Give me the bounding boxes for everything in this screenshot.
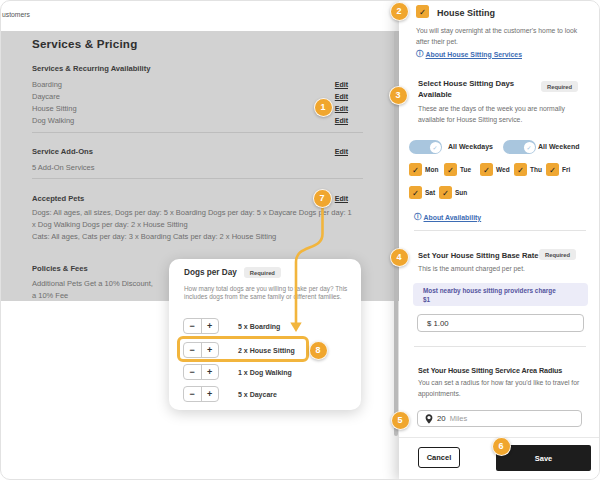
annotation-circle-3: 3 bbox=[389, 86, 408, 105]
check-icon: ✓ bbox=[412, 165, 419, 175]
quantity-stepper: − + bbox=[183, 342, 219, 358]
service-description: You will stay overnight at the customer'… bbox=[416, 26, 591, 47]
dogs-per-day-popup: Dogs per Day Required How many total dog… bbox=[169, 259, 361, 410]
fri-label: Fri bbox=[562, 166, 570, 173]
annotation-circle-4: 4 bbox=[390, 248, 409, 267]
all-weekend-toggle[interactable]: ✓ bbox=[503, 140, 536, 154]
sun-label: Sun bbox=[455, 189, 467, 196]
addons-summary-row: 5 Add-On Services bbox=[32, 161, 348, 173]
rate-section-title: Set Your House Sitting Base Rate bbox=[418, 251, 538, 260]
service-row-house-sitting: House Sitting Edit bbox=[32, 102, 348, 114]
stepper-label: 2 x House Sitting bbox=[238, 347, 295, 354]
plus-button[interactable]: + bbox=[202, 387, 219, 401]
edit-boarding-link[interactable]: Edit bbox=[335, 81, 348, 88]
sun-checkbox[interactable]: ✓ bbox=[439, 186, 452, 199]
edit-daycare-link[interactable]: Edit bbox=[335, 93, 348, 100]
all-weekdays-label: All Weekdays bbox=[448, 143, 493, 150]
about-house-sitting-link[interactable]: ⓘ About House Sitting Services bbox=[416, 49, 522, 59]
edit-dog-walking-link[interactable]: Edit bbox=[335, 117, 348, 124]
quantity-stepper: − + bbox=[183, 364, 219, 380]
required-badge: Required bbox=[244, 267, 281, 278]
check-icon: ✓ bbox=[442, 188, 449, 198]
radius-section-title: Set Your House Sitting Service Area Radi… bbox=[418, 366, 562, 375]
service-label: House Sitting bbox=[32, 104, 77, 113]
house-sitting-checkbox[interactable]: ✓ bbox=[416, 5, 429, 18]
tue-checkbox[interactable]: ✓ bbox=[444, 163, 457, 176]
check-icon: ✓ bbox=[419, 7, 426, 17]
edit-house-sitting-link[interactable]: Edit bbox=[335, 105, 348, 112]
accepted-pets-heading-row: Accepted Pets Edit bbox=[32, 192, 348, 204]
minus-button[interactable]: − bbox=[184, 387, 202, 401]
base-rate-input[interactable]: $ 1.00 bbox=[417, 314, 584, 332]
tue-label: Tue bbox=[460, 166, 471, 173]
annotation-circle-8: 8 bbox=[309, 341, 328, 360]
annotation-circle-6: 6 bbox=[492, 437, 511, 456]
radius-input[interactable]: 20 Miles bbox=[417, 410, 582, 427]
edit-addons-link[interactable]: Edit bbox=[335, 148, 348, 155]
popup-description: How many total dogs are you willing to t… bbox=[184, 285, 354, 302]
service-row-daycare: Daycare Edit bbox=[32, 90, 348, 102]
toggle-knob-check-icon: ✓ bbox=[524, 142, 535, 153]
plus-button[interactable]: + bbox=[202, 343, 219, 357]
check-icon: ✓ bbox=[517, 165, 524, 175]
base-rate-value: $ 1.00 bbox=[427, 319, 449, 328]
stepper-row-dog-walking: − + 1 x Dog Walking bbox=[183, 364, 219, 380]
accepted-pets-heading: Accepted Pets bbox=[32, 194, 84, 203]
divider bbox=[32, 132, 363, 133]
fri-checkbox[interactable]: ✓ bbox=[546, 163, 559, 176]
quantity-stepper: − + bbox=[183, 318, 219, 334]
annotation-circle-7: 7 bbox=[313, 189, 332, 208]
info-icon: ⓘ bbox=[416, 49, 424, 59]
check-icon: ✓ bbox=[447, 165, 454, 175]
addons-heading: Service Add-Ons bbox=[32, 147, 93, 156]
stepper-row-house-sitting: − + 2 x House Sitting bbox=[183, 342, 219, 358]
rate-hint-line1: Most nearby house sitting providers char… bbox=[423, 287, 556, 294]
check-icon: ✓ bbox=[412, 188, 419, 198]
divider bbox=[32, 178, 363, 179]
drawer-title: House Sitting bbox=[437, 8, 495, 18]
divider bbox=[414, 346, 586, 347]
accepted-pets-text: Dogs: All ages, all sizes, Dogs per day:… bbox=[32, 207, 352, 243]
radius-unit: Miles bbox=[450, 414, 468, 423]
annotation-circle-2: 2 bbox=[390, 2, 409, 21]
cancel-button[interactable]: Cancel bbox=[418, 447, 460, 468]
edit-accepted-pets-link[interactable]: Edit bbox=[335, 195, 348, 202]
required-badge: Required bbox=[539, 249, 576, 260]
check-icon: ✓ bbox=[483, 165, 490, 175]
minus-button[interactable]: − bbox=[184, 343, 202, 357]
thu-checkbox[interactable]: ✓ bbox=[514, 163, 527, 176]
rate-hint-box: Most nearby house sitting providers char… bbox=[413, 283, 588, 306]
service-label: Boarding bbox=[32, 80, 62, 89]
stepper-label: 5 x Daycare bbox=[238, 391, 277, 398]
minus-button[interactable]: − bbox=[184, 319, 202, 333]
dogs-policy-text: Dogs: All ages, all sizes, Dogs per day:… bbox=[32, 207, 352, 231]
divider bbox=[414, 230, 586, 231]
addons-summary: 5 Add-On Services bbox=[32, 163, 95, 172]
plus-button[interactable]: + bbox=[202, 365, 219, 379]
radius-description: You can set a radius for how far you'd l… bbox=[418, 378, 594, 399]
all-weekdays-toggle[interactable]: ✓ bbox=[409, 140, 442, 154]
addons-heading-row: Service Add-Ons Edit bbox=[32, 145, 348, 157]
house-sitting-drawer: ✓ House Sitting You will stay overnight … bbox=[399, 1, 600, 480]
mon-checkbox[interactable]: ✓ bbox=[409, 163, 422, 176]
annotation-circle-1: 1 bbox=[314, 98, 333, 117]
check-icon: ✓ bbox=[549, 165, 556, 175]
quantity-stepper: − + bbox=[183, 386, 219, 402]
service-row-boarding: Boarding Edit bbox=[32, 78, 348, 90]
cats-policy-text: Cats: All ages, Cats per day: 3 x Boardi… bbox=[32, 231, 352, 243]
days-description: These are the days of the week you are n… bbox=[418, 104, 593, 125]
link-label: About Availability bbox=[424, 214, 482, 221]
wed-checkbox[interactable]: ✓ bbox=[480, 163, 493, 176]
rate-description: This is the amount charged per pet. bbox=[418, 264, 593, 275]
service-row-dog-walking: Dog Walking Edit bbox=[32, 114, 348, 126]
plus-button[interactable]: + bbox=[202, 319, 219, 333]
required-badge: Required bbox=[541, 81, 578, 92]
minus-button[interactable]: − bbox=[184, 365, 202, 379]
about-availability-link[interactable]: ⓘ About Availability bbox=[414, 212, 481, 222]
wed-label: Wed bbox=[496, 166, 510, 173]
sat-checkbox[interactable]: ✓ bbox=[409, 186, 422, 199]
annotation-circle-5: 5 bbox=[391, 411, 410, 430]
page-title: Services & Pricing bbox=[32, 37, 137, 50]
services-section-heading-row: Services & Recurring Availability bbox=[32, 62, 348, 74]
stepper-label: 1 x Dog Walking bbox=[238, 369, 292, 376]
